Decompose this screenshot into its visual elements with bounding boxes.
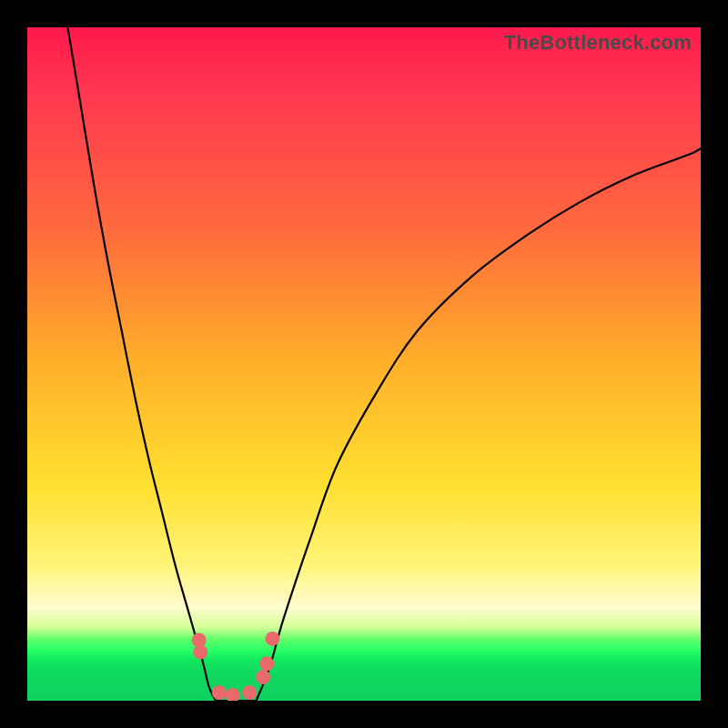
highlight-dot: [259, 656, 274, 671]
curve-group: [67, 27, 701, 701]
highlight-dot: [256, 670, 270, 684]
highlight-dot: [212, 685, 227, 700]
highlight-dot: [193, 645, 207, 660]
highlight-dot: [265, 632, 279, 646]
outer-frame: TheBottleneck.com: [0, 0, 728, 728]
markers-group: [192, 632, 280, 701]
highlight-dot: [226, 688, 240, 701]
bottleneck-curve: [67, 27, 701, 701]
highlight-dot: [242, 685, 257, 700]
chart-svg: [27, 27, 701, 701]
plot-area: TheBottleneck.com: [27, 27, 701, 701]
